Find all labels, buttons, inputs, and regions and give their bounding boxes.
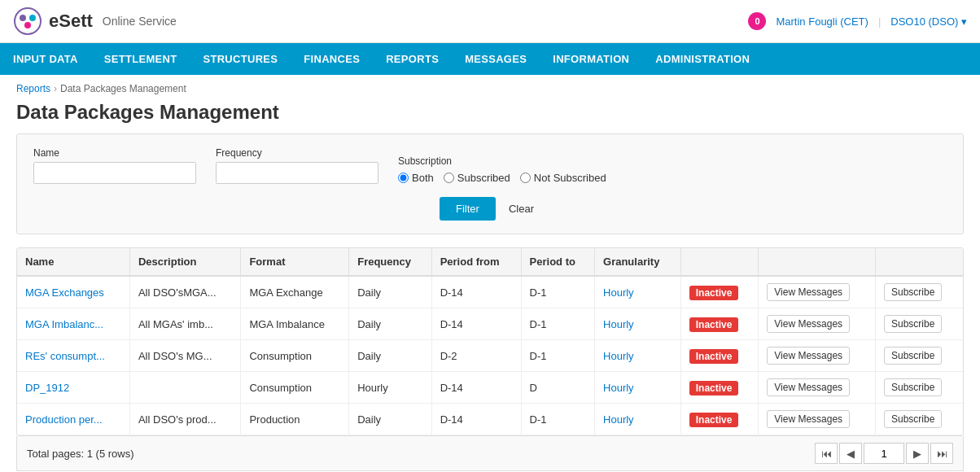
- col-header-period-from: Period from: [431, 248, 521, 276]
- cell-view-4[interactable]: View Messages: [759, 404, 876, 435]
- cell-subscribe-0[interactable]: Subscribe: [875, 276, 963, 308]
- cell-subscribe-4[interactable]: Subscribe: [875, 404, 963, 435]
- nav-item-structures[interactable]: STRUCTURES: [190, 43, 291, 75]
- cell-period-to-1: D-1: [521, 308, 594, 340]
- data-packages-table: Name Description Format Frequency Period…: [17, 248, 963, 435]
- filter-button[interactable]: Filter: [440, 197, 496, 221]
- cell-format-4: Production: [241, 404, 349, 435]
- cell-granularity-1: Hourly: [595, 308, 681, 340]
- nav-item-input-data[interactable]: INPUT DATA: [0, 43, 91, 75]
- col-header-actions2: [875, 248, 963, 276]
- radio-both[interactable]: [398, 173, 409, 183]
- cell-period-to-2: D-1: [521, 340, 594, 372]
- pagination-bar: Total pages: 1 (5 rows) ⏮ ◀ ▶ ⏭: [16, 436, 964, 471]
- pagination-first-btn[interactable]: ⏮: [815, 443, 838, 464]
- cell-name-3: DP_1912: [17, 372, 129, 404]
- nav-item-administration[interactable]: ADMINISTRATION: [642, 43, 763, 75]
- nav-item-settlement[interactable]: SETTLEMENT: [91, 43, 190, 75]
- svg-point-2: [29, 15, 36, 21]
- radio-not-subscribed-label[interactable]: Not Subscribed: [520, 172, 606, 184]
- view-messages-btn-2[interactable]: View Messages: [767, 347, 850, 365]
- view-messages-btn-1[interactable]: View Messages: [767, 315, 850, 333]
- notification-badge[interactable]: 0: [748, 12, 766, 30]
- pagination-info: Total pages: 1 (5 rows): [27, 448, 134, 460]
- table-row: MGA Exchanges All DSO'sMGA... MGA Exchan…: [17, 276, 963, 308]
- cell-period-to-4: D-1: [521, 404, 594, 435]
- nav-item-reports[interactable]: REPORTS: [373, 43, 452, 75]
- status-badge-4: Inactive: [689, 413, 739, 427]
- cell-granularity-3: Hourly: [595, 372, 681, 404]
- cell-format-3: Consumption: [241, 372, 349, 404]
- name-filter-field: Name: [33, 147, 196, 184]
- subscribe-btn-2[interactable]: Subscribe: [884, 347, 942, 365]
- breadcrumb-parent[interactable]: Reports: [16, 83, 50, 94]
- status-badge-0: Inactive: [689, 286, 739, 300]
- user-role[interactable]: DSO10 (DSO) ▾: [890, 15, 967, 28]
- pagination-controls: ⏮ ◀ ▶ ⏭: [815, 443, 953, 464]
- col-header-period-to: Period to: [521, 248, 594, 276]
- radio-both-label[interactable]: Both: [398, 172, 434, 184]
- col-header-description: Description: [129, 248, 240, 276]
- col-header-actions1: [759, 248, 876, 276]
- cell-name-1: MGA Imbalanc...: [17, 308, 129, 340]
- subscription-label: Subscription: [398, 155, 606, 167]
- breadcrumb-separator: ›: [54, 83, 57, 94]
- nav-item-information[interactable]: INFORMATION: [540, 43, 642, 75]
- pagination-last-btn[interactable]: ⏭: [930, 443, 953, 464]
- col-header-format: Format: [241, 248, 349, 276]
- radio-subscribed-label[interactable]: Subscribed: [444, 172, 510, 184]
- subscribe-btn-4[interactable]: Subscribe: [884, 410, 942, 428]
- view-messages-btn-3[interactable]: View Messages: [767, 378, 850, 396]
- subscribe-btn-0[interactable]: Subscribe: [884, 283, 942, 301]
- cell-period-from-0: D-14: [431, 276, 521, 308]
- radio-not-subscribed[interactable]: [520, 173, 531, 183]
- cell-period-to-0: D-1: [521, 276, 594, 308]
- esett-logo-icon: [13, 7, 42, 36]
- user-name[interactable]: Martin Fougli (CET): [776, 15, 868, 28]
- cell-period-to-3: D: [521, 372, 594, 404]
- subscribe-btn-3[interactable]: Subscribe: [884, 378, 942, 396]
- status-badge-1: Inactive: [689, 317, 739, 332]
- table-row: DP_1912 Consumption Hourly D-14 D Hourly…: [17, 372, 963, 404]
- subscription-filter-group: Subscription Both Subscribed Not Subscri…: [398, 155, 606, 184]
- cell-view-1[interactable]: View Messages: [759, 308, 876, 340]
- subscribe-btn-1[interactable]: Subscribe: [884, 315, 942, 333]
- col-header-frequency: Frequency: [349, 248, 431, 276]
- cell-view-2[interactable]: View Messages: [759, 340, 876, 372]
- name-filter-label: Name: [33, 147, 196, 159]
- cell-subscribe-2[interactable]: Subscribe: [875, 340, 963, 372]
- cell-frequency-4: Daily: [349, 404, 431, 435]
- frequency-filter-field: Frequency: [216, 147, 378, 184]
- pagination-next-btn[interactable]: ▶: [906, 443, 929, 464]
- frequency-input[interactable]: [216, 162, 378, 184]
- status-badge-2: Inactive: [689, 349, 739, 364]
- cell-format-2: Consumption: [241, 340, 349, 372]
- cell-period-from-2: D-2: [431, 340, 521, 372]
- cell-name-4: Production per...: [17, 404, 129, 435]
- svg-point-1: [20, 15, 26, 21]
- view-messages-btn-4[interactable]: View Messages: [767, 410, 850, 428]
- view-messages-btn-0[interactable]: View Messages: [767, 283, 850, 301]
- col-header-status: [680, 248, 759, 276]
- cell-granularity-0: Hourly: [595, 276, 681, 308]
- pagination-page-input[interactable]: [864, 443, 904, 464]
- nav-item-finances[interactable]: FINANCES: [291, 43, 373, 75]
- cell-description-0: All DSO'sMGA...: [129, 276, 240, 308]
- name-input[interactable]: [33, 162, 196, 184]
- radio-subscribed-text: Subscribed: [457, 172, 510, 184]
- cell-subscribe-3[interactable]: Subscribe: [875, 372, 963, 404]
- cell-view-3[interactable]: View Messages: [759, 372, 876, 404]
- cell-view-0[interactable]: View Messages: [759, 276, 876, 308]
- pagination-prev-btn[interactable]: ◀: [839, 443, 862, 464]
- table-row: REs' consumpt... All DSO's MG... Consump…: [17, 340, 963, 372]
- svg-point-0: [15, 8, 41, 34]
- data-table-container: Name Description Format Frequency Period…: [16, 247, 964, 436]
- breadcrumb: Reports › Data Packages Management: [0, 75, 980, 98]
- cell-format-0: MGA Exchange: [241, 276, 349, 308]
- cell-description-1: All MGAs' imb...: [129, 308, 240, 340]
- clear-button[interactable]: Clear: [502, 197, 540, 221]
- nav-item-messages[interactable]: MESSAGES: [452, 43, 540, 75]
- cell-subscribe-1[interactable]: Subscribe: [875, 308, 963, 340]
- radio-subscribed[interactable]: [444, 173, 454, 183]
- cell-period-from-1: D-14: [431, 308, 521, 340]
